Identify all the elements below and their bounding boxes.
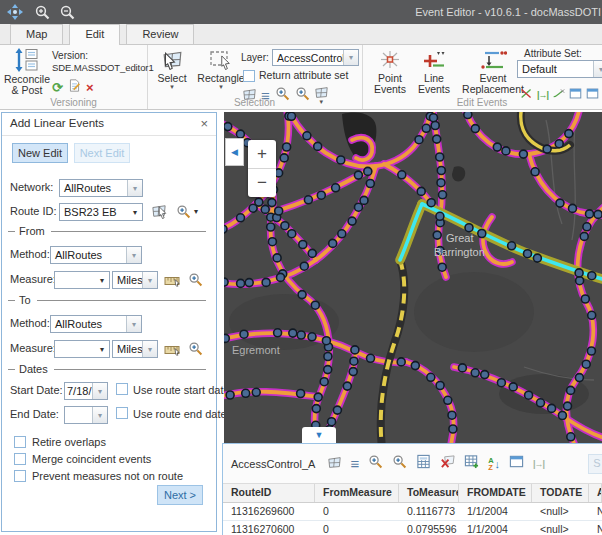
- from-method-dropdown[interactable]: AllRoutes▾: [50, 246, 142, 264]
- new-version-icon[interactable]: [68, 78, 81, 96]
- use-route-start-date-checkbox[interactable]: [116, 383, 128, 395]
- route-zoom-caret-icon[interactable]: ▾: [194, 207, 198, 216]
- attribute-set-caret-icon: ▾: [593, 61, 602, 77]
- from-measure-label: Measure:: [10, 273, 56, 285]
- start-date-dropdown[interactable]: 7/18/▾: [64, 382, 108, 400]
- next-button[interactable]: Next >: [157, 485, 203, 505]
- from-zoom-icon[interactable]: [188, 272, 203, 291]
- return-attribute-checkbox[interactable]: [243, 70, 255, 82]
- title-bar: Event Editor - v10.6.1 - docMassDOTI: [0, 0, 602, 24]
- map-view[interactable]: Egremont Great Barrington ◀ + − ▼: [224, 112, 602, 443]
- column-frommeasure[interactable]: FromMeasure: [315, 484, 399, 502]
- cell-tomeasure: 0.0795596: [399, 521, 459, 535]
- column-accesscontrol[interactable]: AC: [589, 484, 602, 502]
- dates-legend: Dates: [8, 363, 206, 375]
- line-events-button[interactable]: Line Events: [414, 49, 454, 95]
- route-id-caret-icon: ▾: [128, 204, 142, 220]
- rectangle-button[interactable]: Rectangle ▾: [195, 49, 247, 90]
- table-row[interactable]: 11316269600 0 0.1116773 1/1/2004 <null> …: [223, 503, 602, 521]
- route-zoom-icon[interactable]: [176, 204, 191, 223]
- clear-selection-icon[interactable]: [440, 454, 455, 473]
- select-button[interactable]: Select ▾: [151, 49, 193, 90]
- layer-label: Layer:: [241, 52, 269, 63]
- retire-overlaps-checkbox[interactable]: [14, 436, 26, 448]
- table-row[interactable]: 11316270600 0 0.0795596 1/1/2004 <null> …: [223, 521, 602, 535]
- sort-icon[interactable]: AZ ↓: [488, 457, 500, 471]
- close-icon[interactable]: ×: [200, 116, 208, 131]
- from-measure-on-map-icon[interactable]: [164, 273, 180, 291]
- attributes-window-icon[interactable]: [509, 454, 524, 473]
- zoom-in-icon[interactable]: [34, 4, 51, 21]
- to-legend: To: [8, 294, 206, 306]
- rectangle-caret-icon: ▾: [219, 84, 223, 90]
- merge-coincident-checkbox[interactable]: [14, 453, 26, 465]
- collapse-panel-button[interactable]: ◀: [225, 138, 244, 166]
- to-measure-on-map-icon[interactable]: [164, 342, 180, 360]
- to-method-dropdown[interactable]: AllRoutes▾: [50, 315, 142, 333]
- label-barrington: Barrington: [434, 246, 485, 258]
- new-edit-button[interactable]: New Edit: [12, 143, 68, 163]
- from-unit-dropdown[interactable]: Miles▾: [112, 271, 158, 289]
- select-caret-icon: ▾: [170, 84, 174, 90]
- edit-events-section-label: Edit Events: [362, 97, 602, 108]
- tab-map[interactable]: Map: [10, 24, 63, 44]
- reconcile-post-button[interactable]: Reconcile & Post: [3, 48, 51, 96]
- prevent-measures-checkbox[interactable]: [14, 470, 26, 482]
- rectangle-icon: [209, 49, 233, 73]
- versioning-section-label: Versioning: [0, 97, 147, 108]
- event-replacement-icon: [479, 49, 507, 73]
- point-events-button[interactable]: Point Events: [370, 49, 410, 95]
- next-edit-button[interactable]: Next Edit: [74, 143, 130, 163]
- section-versioning: Reconcile & Post Version: SDE.MASSDOT_ed…: [0, 45, 148, 109]
- from-measure-combo[interactable]: ▾: [54, 271, 110, 289]
- from-legend: From: [8, 225, 206, 237]
- table-measure-icon[interactable]: |→|: [533, 459, 544, 469]
- column-fromdate[interactable]: FROMDATE: [459, 484, 532, 502]
- table-select-features-icon[interactable]: [328, 455, 341, 473]
- attribute-set-dropdown[interactable]: Default ▾: [517, 60, 602, 78]
- cell-routeid: 11316270600: [223, 521, 315, 535]
- use-route-start-date-label: Use route start date: [133, 384, 230, 396]
- select-route-on-map-icon[interactable]: [152, 203, 169, 224]
- layer-dropdown[interactable]: AccessControl_A ▾: [272, 49, 359, 66]
- end-date-dropdown[interactable]: ▾: [64, 406, 108, 424]
- use-route-end-date-checkbox[interactable]: [116, 407, 128, 419]
- add-record-icon[interactable]: [464, 454, 479, 473]
- to-measure-combo[interactable]: ▾: [54, 340, 110, 358]
- pan-icon[interactable]: [6, 3, 24, 21]
- to-unit-dropdown[interactable]: Miles▾: [112, 340, 158, 358]
- cell-frommeasure: 0: [315, 503, 399, 520]
- tab-review[interactable]: Review: [126, 24, 194, 44]
- save-button[interactable]: S: [588, 454, 602, 474]
- cell-accesscontrol: N: [589, 521, 602, 535]
- to-zoom-icon[interactable]: [188, 341, 203, 360]
- map-zoom-out-button[interactable]: −: [248, 169, 276, 197]
- zoom-out-icon[interactable]: [59, 4, 76, 21]
- map-svg[interactable]: Egremont Great Barrington: [224, 112, 602, 443]
- table-pan-to-selection-icon[interactable]: [392, 454, 407, 473]
- to-measure-label: Measure:: [10, 342, 56, 354]
- delete-version-icon[interactable]: ×: [86, 81, 94, 94]
- reconcile-post-icon: [14, 48, 40, 74]
- field-calculator-icon[interactable]: [416, 454, 431, 473]
- table-show-selected-icon[interactable]: ≡: [350, 457, 359, 470]
- cell-tomeasure: 0.1116773: [399, 503, 459, 520]
- refresh-version-icon[interactable]: ⟳: [52, 81, 63, 94]
- table-layer-name[interactable]: AccessControl_A: [231, 458, 315, 470]
- collapse-table-button[interactable]: ▼: [302, 427, 336, 443]
- tab-edit[interactable]: Edit: [69, 24, 120, 45]
- point-events-label: Point Events: [370, 73, 410, 95]
- attribute-table: AccessControl_A ≡ AZ ↓ |→| S RouteID Fro…: [222, 443, 602, 535]
- map-zoom-in-button[interactable]: +: [248, 140, 276, 169]
- column-todate[interactable]: TODATE: [532, 484, 589, 502]
- network-label: Network:: [10, 181, 53, 193]
- ribbon: Reconcile & Post Version: SDE.MASSDOT_ed…: [0, 44, 602, 110]
- line-events-icon: [422, 49, 446, 73]
- table-zoom-to-selection-icon[interactable]: [368, 454, 383, 473]
- column-routeid[interactable]: RouteID: [223, 484, 315, 502]
- network-dropdown[interactable]: AllRoutes▾: [59, 179, 143, 197]
- table-header-row: RouteID FromMeasure ToMeasure FROMDATE T…: [223, 484, 602, 503]
- column-tomeasure[interactable]: ToMeasure: [399, 484, 459, 502]
- route-id-dropdown[interactable]: BSR23 EB▾: [59, 203, 143, 221]
- line-events-label: Line Events: [414, 73, 454, 95]
